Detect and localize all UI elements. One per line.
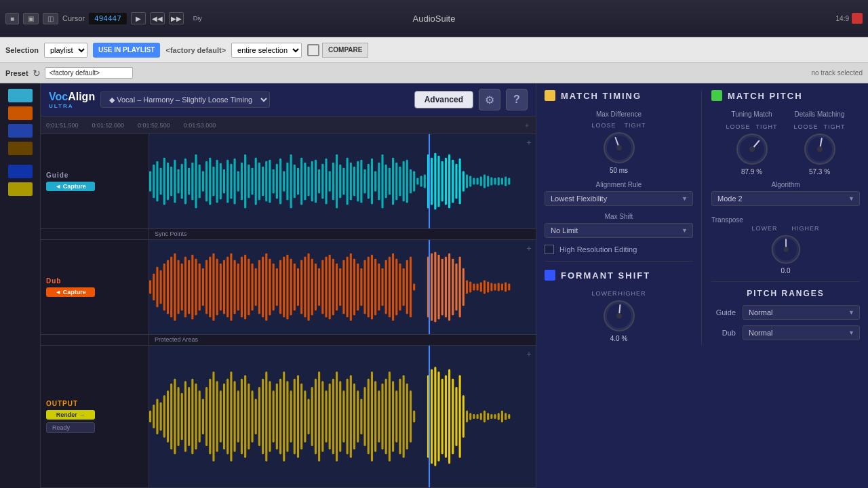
- dub-pitch-dropdown[interactable]: Normal Wide Narrow: [743, 325, 860, 340]
- svg-rect-122: [205, 260, 208, 314]
- high-res-checkbox[interactable]: [545, 245, 554, 254]
- right-col: MATCH PITCH Tuning Match LOOSE TIGHT: [702, 90, 860, 346]
- svg-rect-82: [434, 153, 436, 209]
- high-res-row: High Resolution Editing: [545, 245, 693, 254]
- svg-rect-158: [332, 259, 334, 315]
- timing-toggle[interactable]: [545, 90, 555, 101]
- use-in-playlist-btn[interactable]: USE IN PLAYLIST: [93, 43, 161, 58]
- preset-label: Preset: [5, 69, 28, 77]
- plus-btn-top[interactable]: ＋: [524, 121, 530, 130]
- svg-rect-181: [413, 284, 415, 291]
- svg-rect-20: [216, 160, 218, 203]
- max-diff-knob[interactable]: [601, 130, 637, 165]
- tuning-knob[interactable]: [734, 131, 770, 167]
- svg-rect-112: [170, 257, 172, 317]
- timeline-t4: 0:01:53.000: [184, 122, 216, 129]
- svg-rect-291: [452, 379, 454, 454]
- daw-btn-2[interactable]: ▣: [23, 13, 39, 24]
- svg-rect-236: [248, 384, 250, 450]
- daw-btn-3[interactable]: ◫: [43, 13, 58, 24]
- svg-rect-271: [371, 371, 373, 461]
- output-plus[interactable]: ＋: [522, 346, 536, 487]
- max-shift-label: Max Shift: [545, 213, 693, 220]
- ff-btn[interactable]: ▶▶: [169, 12, 184, 24]
- svg-rect-1: [149, 171, 151, 192]
- svg-rect-162: [347, 257, 349, 317]
- details-tight: TIGHT: [824, 123, 846, 130]
- max-diff-value: 50 ms: [610, 167, 628, 174]
- match-pitch-header: MATCH PITCH: [711, 90, 860, 101]
- pitch-toggle[interactable]: [711, 90, 722, 101]
- logo-area: VocAlign ULTRA: [49, 91, 95, 109]
- sync-points-label: Sync Points: [149, 229, 193, 239]
- svg-rect-286: [434, 367, 436, 466]
- svg-rect-56: [342, 168, 344, 195]
- svg-rect-225: [209, 379, 211, 454]
- selection-dropdown[interactable]: playlist: [44, 43, 87, 58]
- dub-plus[interactable]: ＋: [522, 240, 536, 334]
- svg-rect-55: [339, 165, 341, 199]
- svg-rect-201: [494, 284, 496, 291]
- daw-btn-1[interactable]: ■: [5, 13, 19, 24]
- selection-type-dropdown[interactable]: entire selection: [231, 43, 302, 58]
- svg-rect-17: [205, 161, 208, 202]
- svg-rect-13: [191, 163, 193, 201]
- max-diff-knob-labels: LOOSE TIGHT: [592, 122, 646, 129]
- advanced-btn[interactable]: Advanced: [414, 91, 473, 108]
- svg-rect-307: [508, 414, 510, 419]
- svg-rect-147: [294, 264, 296, 311]
- output-track-name: OUTPUT: [46, 400, 143, 407]
- svg-rect-48: [315, 160, 317, 203]
- dub-pitch-dropdown-wrapper: Normal Wide Narrow: [743, 325, 860, 340]
- svg-rect-209: [153, 405, 155, 428]
- max-shift-dropdown[interactable]: No Limit: [545, 223, 693, 238]
- compare-btn[interactable]: COMPARE: [322, 43, 368, 58]
- preset-refresh-icon[interactable]: ↻: [33, 68, 41, 79]
- algorithm-dropdown[interactable]: Mode 2: [711, 191, 860, 206]
- daw-counter: 494447: [89, 13, 127, 24]
- svg-rect-7: [170, 167, 172, 197]
- svg-rect-49: [318, 169, 320, 194]
- plugin-panel: MATCH TIMING Max Difference LOOSE TIGHT: [536, 83, 868, 488]
- guide-capture-btn[interactable]: ◄ Capture: [46, 182, 95, 191]
- svg-rect-231: [230, 371, 232, 461]
- svg-rect-221: [195, 384, 197, 450]
- alignment-rule-row: Alignment Rule Lowest Flexibility: [545, 181, 693, 206]
- dub-pitch-row: Dub Normal Wide Narrow: [711, 325, 860, 340]
- svg-rect-203: [501, 284, 503, 291]
- guide-pitch-dropdown[interactable]: Normal Wide Narrow: [743, 305, 860, 320]
- dub-track-name: Dub: [46, 277, 143, 285]
- svg-rect-294: [462, 395, 465, 438]
- formant-knob[interactable]: [601, 298, 637, 333]
- svg-rect-157: [329, 255, 331, 319]
- guide-pitch-dropdown-wrapper: Normal Wide Narrow: [743, 305, 860, 320]
- rewind-btn[interactable]: ◀◀: [150, 12, 165, 24]
- svg-rect-131: [237, 264, 239, 311]
- dub-capture-btn[interactable]: ◄ Capture: [46, 287, 95, 297]
- sidebar-icon-6: [8, 182, 33, 196]
- svg-rect-300: [484, 411, 486, 422]
- compare-icon: [307, 44, 319, 56]
- render-btn[interactable]: Render →: [46, 410, 95, 420]
- sidebar-icon-2: [8, 106, 33, 120]
- svg-rect-63: [368, 164, 370, 199]
- svg-rect-252: [304, 390, 306, 443]
- max-shift-dropdown-wrapper: No Limit: [545, 223, 693, 238]
- transpose-knob[interactable]: [770, 233, 802, 266]
- play-btn[interactable]: ▶: [131, 12, 146, 24]
- svg-rect-165: [357, 264, 359, 311]
- svg-rect-170: [374, 259, 376, 315]
- formant-toggle[interactable]: [545, 270, 555, 281]
- gear-btn[interactable]: ⚙: [479, 89, 500, 110]
- svg-rect-86: [448, 155, 450, 208]
- preset-name: <factory default>: [45, 67, 133, 79]
- preset-selector[interactable]: ◆ Vocal – Harmony – Slightly Loose Timin…: [100, 92, 270, 108]
- help-btn[interactable]: ?: [506, 89, 528, 110]
- sidebar-icon-3: [8, 124, 33, 138]
- guide-plus[interactable]: ＋: [522, 134, 536, 228]
- timeline-t2: 0:01:52.000: [92, 122, 125, 129]
- ready-label: Ready: [46, 422, 95, 433]
- alignment-rule-dropdown[interactable]: Lowest Flexibility: [545, 191, 693, 206]
- details-knob[interactable]: [802, 131, 837, 167]
- details-label: Details Matching: [795, 110, 845, 118]
